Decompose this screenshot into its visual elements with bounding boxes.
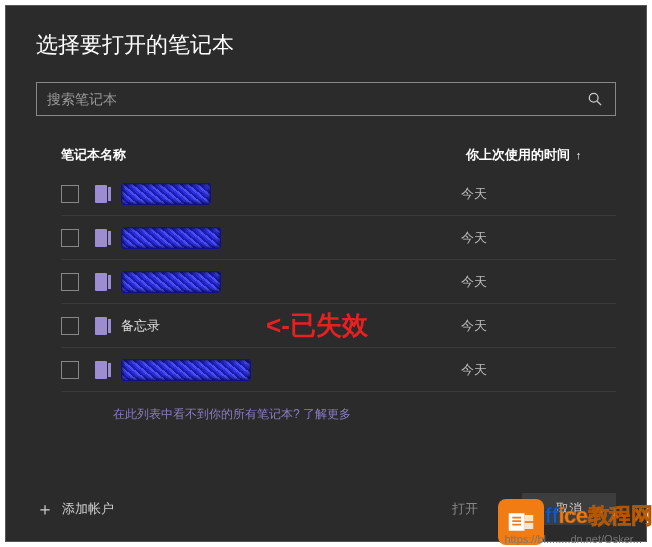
add-account-label: 添加帐户 [62,500,114,518]
svg-rect-5 [512,524,521,526]
search-icon [588,92,602,106]
last-used-time: 今天 [461,229,487,247]
svg-line-1 [597,101,601,105]
row-checkbox[interactable] [61,317,79,335]
row-checkbox[interactable] [61,229,79,247]
redacted-name [121,271,221,293]
watermark-url: https://bl........dn.net/Osker... [504,533,642,545]
notebook-icon [95,361,109,379]
sort-arrow-icon: ↑ [576,149,582,161]
svg-rect-3 [512,517,521,519]
watermark-text: ffice教程网 [545,501,652,531]
header-time-label: 你上次使用的时间 [466,147,570,162]
row-checkbox[interactable] [61,185,79,203]
notebook-list: 笔记本名称 你上次使用的时间 ↑ 今天 今天 今天 [36,146,616,423]
svg-rect-6 [525,515,534,521]
list-headers: 笔记本名称 你上次使用的时间 ↑ [61,146,616,172]
row-checkbox[interactable] [61,361,79,379]
last-used-time: 今天 [461,273,487,291]
last-used-time: 今天 [461,317,487,335]
redacted-name [121,359,251,381]
svg-rect-4 [512,520,521,522]
list-item[interactable]: 备忘录 <-已失效 今天 [61,304,616,348]
notebook-icon [95,185,109,203]
last-used-time: 今天 [461,185,487,203]
notebook-name: 备忘录 [121,317,160,335]
header-name[interactable]: 笔记本名称 [61,146,466,164]
header-time[interactable]: 你上次使用的时间 ↑ [466,146,616,164]
list-item[interactable]: 今天 [61,172,616,216]
last-used-time: 今天 [461,361,487,379]
list-item[interactable]: 今天 [61,348,616,392]
search-button[interactable] [575,83,615,115]
row-checkbox[interactable] [61,273,79,291]
redacted-name [121,227,221,249]
add-account-button[interactable]: ＋ 添加帐户 [36,497,114,521]
plus-icon: ＋ [36,497,54,521]
search-input[interactable] [37,83,575,115]
list-item[interactable]: 今天 [61,216,616,260]
svg-point-0 [589,93,598,102]
notebook-icon [95,273,109,291]
redacted-name [121,183,211,205]
list-item[interactable]: 今天 [61,260,616,304]
missing-notebooks-link[interactable]: 在此列表中看不到你的所有笔记本? 了解更多 [61,406,616,423]
notebook-picker-dialog: 选择要打开的笔记本 笔记本名称 你上次使用的时间 ↑ 今天 [5,5,647,542]
invalid-annotation: <-已失效 [266,308,368,343]
notebook-icon [95,317,109,335]
notebook-icon [95,229,109,247]
svg-rect-7 [525,523,534,529]
search-box[interactable] [36,82,616,116]
dialog-title: 选择要打开的笔记本 [36,30,616,60]
